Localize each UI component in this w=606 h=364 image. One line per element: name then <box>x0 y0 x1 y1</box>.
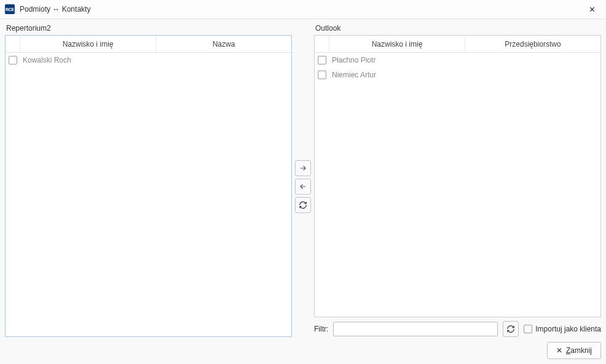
filter-input[interactable] <box>333 322 498 336</box>
checkbox-icon <box>318 71 326 79</box>
table-row[interactable]: Płachno Piotr <box>315 53 600 68</box>
footer: ✕ Zamknij <box>5 337 601 359</box>
move-left-button[interactable] <box>295 179 311 195</box>
table-row[interactable]: Kowalski Roch <box>6 53 291 68</box>
refresh-icon <box>299 201 307 209</box>
left-header-checkbox-col[interactable] <box>6 36 20 52</box>
filter-row: Filtr: Importuj jako klienta <box>314 321 601 337</box>
filter-refresh-button[interactable] <box>503 321 519 337</box>
refresh-icon <box>506 325 515 333</box>
sync-button[interactable] <box>295 197 311 213</box>
window-close-button[interactable]: ✕ <box>578 0 606 19</box>
move-right-button[interactable] <box>295 160 311 176</box>
left-panel: Repertorium2 Nazwisko i imię Nazwa Kowal… <box>5 24 292 337</box>
close-button-label: Zamknij <box>566 346 592 355</box>
row-name: Niemiec Artur <box>329 71 465 79</box>
checkbox-icon <box>524 325 532 333</box>
table-row[interactable]: Niemiec Artur <box>315 68 600 82</box>
filter-label: Filtr: <box>314 325 328 333</box>
transfer-buttons <box>292 24 314 337</box>
app-icon: RCE <box>5 4 15 14</box>
panels-row: Repertorium2 Nazwisko i imię Nazwa Kowal… <box>5 24 601 337</box>
right-grid-header: Nazwisko i imię Przedsiębiorstwo <box>315 36 600 53</box>
import-as-client-label: Importuj jako klienta <box>535 325 601 333</box>
app-icon-text: RCE <box>6 7 14 12</box>
close-icon: ✕ <box>589 5 596 14</box>
left-panel-label: Repertorium2 <box>5 24 292 33</box>
checkbox-icon <box>318 56 326 64</box>
left-grid-body: Kowalski Roch <box>6 53 291 336</box>
row-name: Kowalski Roch <box>20 56 156 64</box>
left-grid: Nazwisko i imię Nazwa Kowalski Roch <box>5 35 292 337</box>
right-panel-label: Outlook <box>314 24 601 33</box>
right-header-checkbox-col[interactable] <box>315 36 329 52</box>
left-grid-header: Nazwisko i imię Nazwa <box>6 36 291 53</box>
close-x-icon: ✕ <box>556 346 562 355</box>
row-checkbox-cell[interactable] <box>315 56 329 64</box>
row-name: Płachno Piotr <box>329 56 465 64</box>
left-header-company[interactable]: Nazwa <box>156 36 291 52</box>
right-grid: Nazwisko i imię Przedsiębiorstwo Płachno… <box>314 35 601 317</box>
right-panel: Outlook Nazwisko i imię Przedsiębiorstwo… <box>314 24 601 337</box>
left-header-name[interactable]: Nazwisko i imię <box>20 36 156 52</box>
right-grid-body: Płachno PiotrNiemiec Artur <box>315 53 600 317</box>
titlebar: RCE Podmioty ↔ Kontakty ✕ <box>0 0 606 19</box>
right-header-name[interactable]: Nazwisko i imię <box>329 36 465 52</box>
close-button[interactable]: ✕ Zamknij <box>547 342 601 359</box>
arrow-right-icon <box>299 164 307 172</box>
row-checkbox-cell[interactable] <box>6 56 20 64</box>
checkbox-icon <box>9 56 17 64</box>
row-checkbox-cell[interactable] <box>315 71 329 79</box>
import-as-client-checkbox[interactable]: Importuj jako klienta <box>524 325 601 333</box>
right-header-company[interactable]: Przedsiębiorstwo <box>465 36 600 52</box>
arrow-left-icon <box>299 182 307 191</box>
window-title: Podmioty ↔ Kontakty <box>20 5 90 14</box>
content-area: Repertorium2 Nazwisko i imię Nazwa Kowal… <box>0 19 606 364</box>
